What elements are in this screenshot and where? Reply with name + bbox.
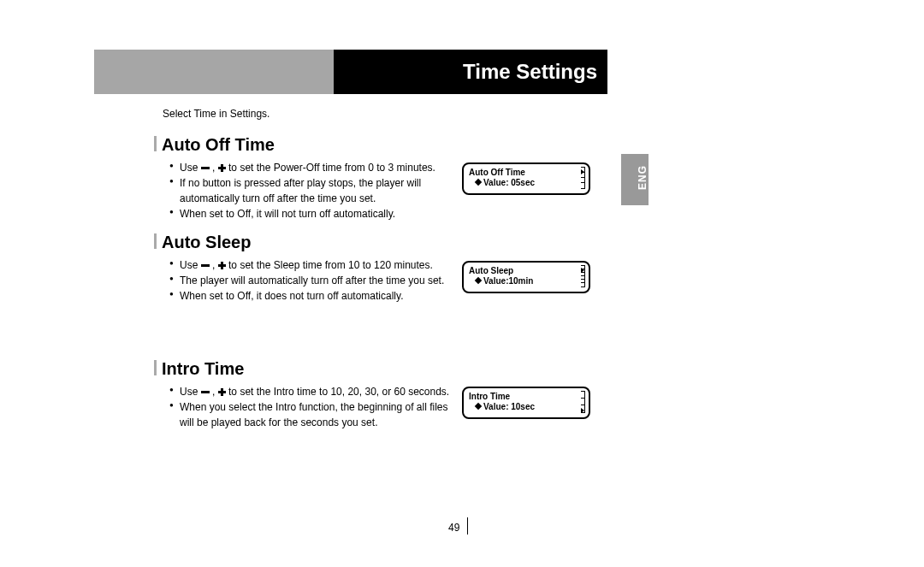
page-number-separator	[467, 517, 468, 535]
lcd-line1: Auto Sleep	[469, 266, 583, 276]
page-title: Time Settings	[463, 60, 597, 83]
heading-bar-icon	[154, 360, 157, 375]
diamond-icon	[475, 277, 482, 284]
lead-text: Select Time in Settings.	[163, 108, 270, 120]
scale-icon	[578, 391, 585, 413]
list-item: If no button is pressed after play stops…	[169, 175, 452, 206]
language-tab: ENG	[621, 154, 649, 205]
lcd-preview-auto-sleep: Auto Sleep Value:10min	[462, 261, 590, 293]
page-number: 49	[448, 522, 459, 534]
list-item: Use , to set the Power-Off time from 0 t…	[169, 160, 452, 175]
heading-bar-icon	[154, 136, 157, 151]
manual-page: Time Settings Select Time in Settings. E…	[77, 0, 847, 567]
list-item: When you select the Intro function, the …	[169, 399, 452, 430]
plus-icon	[218, 388, 226, 396]
section-heading: Intro Time	[154, 359, 616, 379]
minus-icon	[201, 167, 210, 169]
diamond-icon	[475, 403, 482, 410]
page-title-banner: Time Settings	[334, 50, 607, 94]
lcd-line1: Auto Off Time	[469, 168, 583, 178]
lcd-preview-auto-off: Auto Off Time Value: 05sec	[462, 162, 590, 195]
scale-icon	[578, 265, 585, 287]
minus-icon	[201, 391, 210, 393]
lcd-preview-intro-time: Intro Time Value: 10sec	[462, 387, 590, 419]
diamond-icon	[475, 179, 482, 186]
list-item: Use , to set the Sleep time from 10 to 1…	[169, 257, 452, 273]
list-item: When set to Off, it will not turn off au…	[169, 206, 452, 221]
bullet-list: Use , to set the Power-Off time from 0 t…	[169, 160, 452, 221]
list-item: Use , to set the Intro time to 10, 20, 3…	[169, 384, 452, 399]
heading-bar-icon	[154, 233, 157, 249]
section-heading: Auto Sleep	[154, 233, 616, 252]
minus-icon	[201, 264, 210, 267]
lcd-line1: Intro Time	[469, 392, 583, 402]
list-item: The player will automatically turn off a…	[169, 273, 452, 288]
plus-icon	[218, 164, 226, 172]
scale-icon	[578, 167, 585, 189]
lcd-line2: Value: 10sec	[469, 402, 583, 412]
plus-icon	[218, 262, 226, 269]
bullet-list: Use , to set the Sleep time from 10 to 1…	[169, 257, 452, 304]
bullet-list: Use , to set the Intro time to 10, 20, 3…	[169, 384, 452, 430]
section-heading: Auto Off Time	[154, 135, 616, 155]
list-item: When set to Off, it does not turn off au…	[169, 288, 452, 304]
lcd-line2: Value: 05sec	[469, 178, 583, 188]
lcd-line2: Value:10min	[469, 276, 583, 286]
language-tab-label: ENG	[637, 165, 649, 190]
